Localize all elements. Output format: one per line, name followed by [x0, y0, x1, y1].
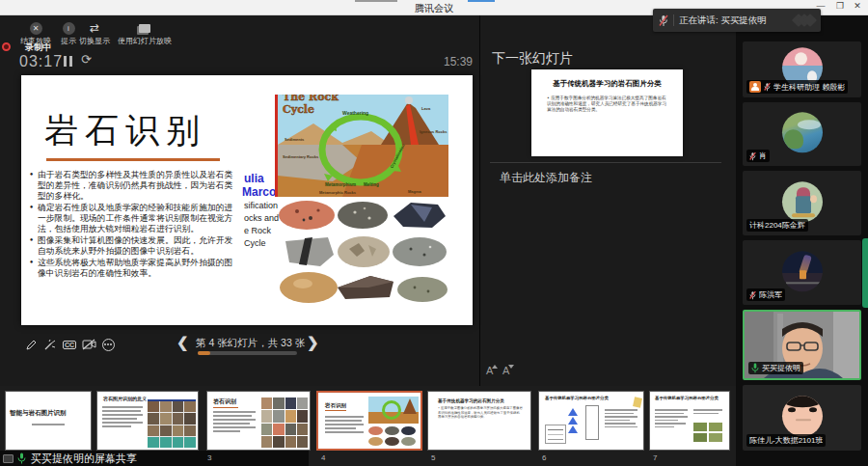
participant-tile-video[interactable]: 买买提依明	[743, 310, 861, 380]
participant-tile[interactable]: 陈洪军	[743, 240, 861, 305]
mic-muted-icon	[764, 82, 771, 92]
camera-off-button[interactable]	[81, 337, 96, 352]
screen-share-icon	[3, 454, 14, 463]
end-show-icon: ✕	[30, 22, 42, 35]
screen-share-bar: 买买提依明的屏幕共享	[0, 451, 309, 466]
speaking-banner: 正在讲话: 买买提依明	[653, 9, 821, 32]
cycle-label: Sedimentary Rocks	[283, 154, 319, 159]
panel-divider	[479, 15, 480, 386]
avatar	[782, 112, 823, 152]
rock-grid-image	[148, 399, 196, 448]
slide-thumbnail-5[interactable]: 基于传统机器学习的岩石图片分类 • 应用于数字图像分析的机器学习算法已极大提高了…	[427, 391, 531, 451]
rock-photos-grid	[278, 199, 451, 305]
annotation-toolbar: CC	[23, 337, 116, 352]
cycle-label: Metamorphism	[325, 182, 356, 187]
slide-thumbnail-4-current[interactable]: 岩石识别	[316, 391, 422, 451]
slide-progress-track	[198, 351, 297, 355]
slide-thumbnail-6[interactable]: 基于传统机器学习的岩石图片分类	[538, 391, 644, 451]
cycle-label: Sediments	[285, 137, 305, 142]
mini-rock-cycle	[368, 397, 419, 424]
mini-chart	[545, 425, 566, 444]
current-time: 15:39	[444, 55, 473, 69]
slide-bullet: •确定岩石性质以及地质学家的经验和技能所施加的进一步限制。现场的工作条件通常将识…	[29, 203, 237, 234]
previous-slide-button[interactable]: ❮	[176, 334, 189, 351]
caption-fragment: ulia	[244, 172, 264, 185]
cycle-label: Metamorphic Rocks	[319, 190, 357, 195]
use-slideshow-icon	[139, 24, 150, 33]
next-slide-body: • 应用于数字图像分析的机器学习算法已极大提高了图像岩石识别的准确性和速度，研究…	[547, 96, 670, 113]
slide-title-underline	[46, 158, 220, 161]
caption-fragment: Marco	[242, 185, 276, 199]
cycle-label: Igneous Rocks	[420, 129, 448, 134]
participant-name: 买买提依明	[762, 363, 800, 373]
presentation-timer: 03:17	[19, 53, 63, 70]
mic-muted-icon	[659, 14, 668, 27]
swap-display-icon: ⇄	[88, 21, 101, 35]
pen-tool-button[interactable]	[23, 337, 39, 352]
close-button[interactable]: ✕	[849, 1, 866, 11]
participant-tile[interactable]: 肖	[743, 102, 861, 166]
banner-divider	[673, 14, 674, 26]
slide-thumbnail-3[interactable]: 岩石识别	[206, 391, 311, 451]
notes-placeholder[interactable]: 单击此处添加备注	[500, 170, 592, 186]
thumbnail-number: 7	[653, 453, 657, 462]
mic-active-icon	[17, 452, 26, 464]
thumbnail-number: 6	[542, 453, 546, 462]
sidebar-collapse-handle[interactable]	[862, 238, 868, 308]
slide-bullet: •由于岩石类型的多样性及其性质的异质性以及岩石类型的差异性，准确识别仍然具有挑战…	[29, 170, 237, 202]
tencent-meeting-window: 腾讯会议 — ❐ ✕ 正在讲话: 买买提依明 ✕ 结束放映 i 提示 ⇄ 切换显…	[0, 0, 868, 466]
decrease-font-button[interactable]: A	[502, 365, 509, 376]
slide-position-label: 第 4 张幻灯片，共 33 张	[196, 337, 305, 350]
increase-font-button[interactable]: A	[486, 365, 493, 376]
maximize-button[interactable]: ❐	[831, 1, 849, 11]
thumbnail-number: 3	[207, 453, 211, 462]
mic-active-icon	[751, 363, 759, 373]
slide-bullet-list: •由于岩石类型的多样性及其性质的异质性以及岩石类型的差异性，准确识别仍然具有挑战…	[29, 170, 237, 280]
use-slideshow-button[interactable]: 使用幻灯片放映	[108, 21, 181, 46]
subtitles-button[interactable]: CC	[62, 337, 77, 352]
next-slide-button[interactable]: ❯	[307, 334, 319, 351]
slide-title: 岩石识别	[44, 108, 206, 153]
participant-name: 陈洪军	[759, 289, 782, 300]
participant-tile[interactable]: 计科2204陈金辉	[743, 171, 861, 235]
mini-rocks	[368, 426, 419, 446]
reset-timer-button[interactable]: ⟳	[81, 52, 92, 67]
meeting-logo-watermark	[798, 15, 815, 25]
speaking-banner-text: 正在讲话: 买买提依明	[679, 14, 767, 27]
cycle-label: Melting	[364, 182, 379, 187]
thumbnail-number: 4	[321, 453, 325, 462]
slide-thumbnail-7[interactable]: 基于传统机器学习的岩石图片分类	[649, 391, 730, 451]
participant-tile[interactable]: 学生科研助理 赖殷彬	[743, 41, 861, 97]
slide-thumbnail-2[interactable]: 岩石图片识别的意义	[96, 391, 199, 451]
slide-bullet: •图像采集和计算机图像的快速发展。因此，允许开发自动系统来从野外拍摄的图像中识别…	[29, 235, 237, 257]
cycle-label: Weathering	[342, 110, 368, 116]
slide-thumbnail-1[interactable]: 智能与岩石图片识别	[5, 391, 92, 451]
next-slide-preview: 基于传统机器学习的岩石图片分类 • 应用于数字图像分析的机器学习算法已极大提高了…	[531, 69, 683, 156]
participant-name: 学生科研助理 赖殷彬	[773, 82, 845, 93]
cycle-label: Magma	[408, 189, 422, 194]
caption-fragment: sification	[244, 201, 278, 210]
caption-fragment: Cycle	[244, 238, 266, 248]
role-badge-icon	[749, 81, 761, 93]
participant-name: 陈佳儿-大数据2101班	[749, 435, 823, 446]
laser-pointer-button[interactable]	[42, 337, 58, 352]
cycle-label: Lava	[421, 106, 431, 111]
avatar	[782, 396, 823, 436]
participant-sidebar: 学生科研助理 赖殷彬 肖 计科2204陈金辉	[736, 15, 868, 466]
mic-muted-icon	[749, 290, 756, 300]
more-tools-button[interactable]	[100, 337, 116, 352]
rock-grid-image	[261, 397, 308, 448]
pause-timer-button[interactable]	[64, 56, 72, 67]
thumbnail-number: 5	[431, 453, 435, 462]
participant-tile[interactable]: 陈佳儿-大数据2101班	[743, 385, 861, 451]
slide-progress-fill	[198, 351, 210, 355]
mini-flowchart	[568, 407, 578, 434]
current-slide: 岩石识别 •由于岩石类型的多样性及其性质的异质性以及岩石类型的差异性，准确识别仍…	[21, 75, 473, 325]
rock-cycle-figure: Weathering Crystallisation Melting Metam…	[275, 95, 448, 197]
slide-bullet: •这些系统将极大地帮助地质学家提高从野外拍摄的图像中识别岩石的准确性和效率。	[29, 258, 237, 279]
avatar	[782, 181, 823, 222]
next-slide-title: 基于传统机器学习的岩石图片分类	[531, 79, 683, 89]
participant-name: 肖	[759, 151, 767, 161]
figure-title-line1: The Rock	[283, 95, 339, 103]
notes-divider	[490, 162, 721, 163]
